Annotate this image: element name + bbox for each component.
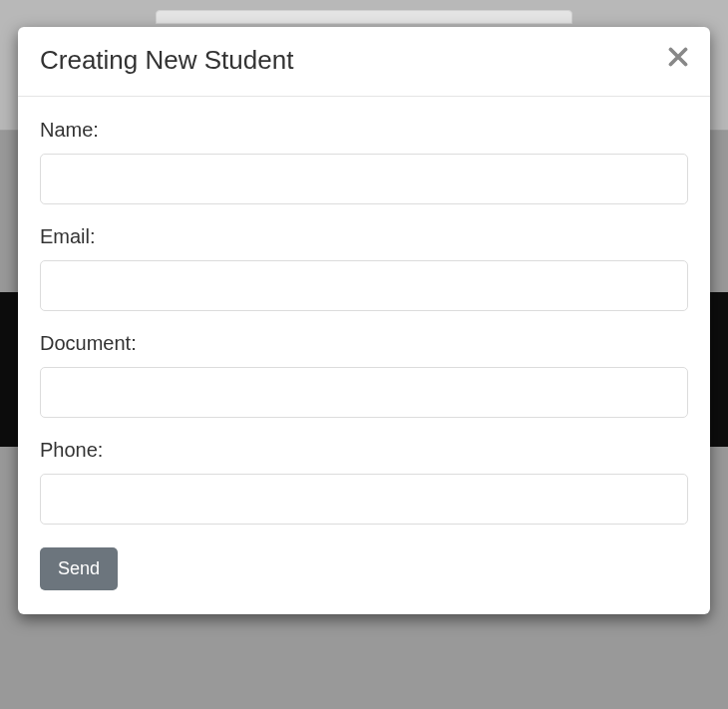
send-button[interactable]: Send [40, 547, 118, 590]
close-icon [668, 47, 688, 67]
modal-body: Name: Email: Document: Phone: Send [18, 97, 710, 614]
create-student-modal: Creating New Student Name: Email: Docume… [18, 27, 710, 614]
form-group-name: Name: [40, 119, 688, 204]
form-group-document: Document: [40, 332, 688, 418]
form-group-phone: Phone: [40, 439, 688, 525]
email-label: Email: [40, 225, 688, 248]
phone-input[interactable] [40, 474, 688, 525]
form-group-email: Email: [40, 225, 688, 311]
document-input[interactable] [40, 367, 688, 418]
close-button[interactable] [666, 45, 690, 69]
modal-title: Creating New Student [40, 45, 688, 76]
create-student-form: Name: Email: Document: Phone: Send [40, 119, 688, 590]
document-label: Document: [40, 332, 688, 355]
name-label: Name: [40, 119, 688, 142]
modal-header: Creating New Student [18, 27, 710, 97]
phone-label: Phone: [40, 439, 688, 462]
name-input[interactable] [40, 154, 688, 204]
background-partial-element [156, 10, 572, 24]
email-input[interactable] [40, 260, 688, 311]
